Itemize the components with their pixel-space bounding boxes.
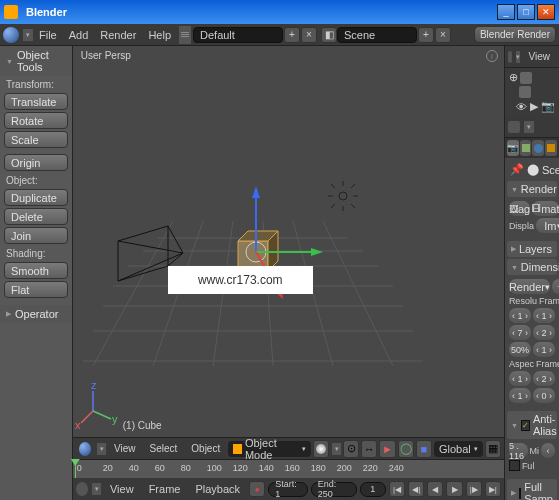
antialias-check[interactable]: ✓ [521, 420, 530, 431]
close-button[interactable]: ✕ [537, 4, 555, 20]
pivot-button[interactable]: ⊙ [343, 440, 359, 458]
render-panel-header[interactable]: Render [507, 181, 557, 197]
viewport-editor-icon[interactable] [79, 442, 91, 456]
frame-start-field[interactable]: ‹ 1 › [533, 308, 555, 323]
menu-file[interactable]: File [33, 29, 63, 41]
minimize-button[interactable]: _ [497, 4, 515, 20]
outliner-editor-dropdown[interactable]: ▾ [516, 51, 520, 63]
start-frame-field[interactable]: Start: 1 [268, 482, 308, 497]
scale-button[interactable]: Scale [4, 131, 68, 148]
translate-button[interactable]: Translate [4, 93, 68, 110]
menu-add[interactable]: Add [63, 29, 95, 41]
render-engine-dropdown[interactable]: Blender Render [474, 26, 556, 43]
operator-panel-header[interactable]: Operator [0, 305, 72, 323]
frame-step-field[interactable]: ‹ 1 › [533, 342, 555, 357]
scene-field[interactable]: Scene [337, 27, 417, 43]
duplicate-button[interactable]: Duplicate [4, 189, 68, 206]
antialias-panel-header[interactable]: ✓ Anti-Alias [507, 411, 557, 439]
timeline-cursor[interactable] [75, 460, 76, 478]
aa-mi-field[interactable]: ‹ [541, 443, 555, 458]
restrict-render-icon[interactable]: 📷 [541, 100, 555, 113]
delete-button[interactable]: Delete [4, 208, 68, 225]
aspect-x-field[interactable]: ‹ 1 › [509, 371, 531, 386]
reso-y-field[interactable]: ‹ 7 › [509, 325, 531, 340]
tl-menu-frame[interactable]: Frame [143, 483, 187, 495]
layout-add-button[interactable]: + [284, 27, 300, 43]
fps-field-a[interactable]: ‹ 2 › [533, 371, 555, 386]
vp-menu-view[interactable]: View [108, 443, 142, 454]
properties-editor-dropdown[interactable]: ▾ [524, 121, 534, 133]
render-anim-button[interactable]: 🎞 mat [532, 201, 559, 216]
vp-menu-object[interactable]: Object [185, 443, 226, 454]
jump-end-button[interactable]: ▶| [485, 481, 501, 497]
fullsample-panel-header[interactable]: Full Samp [507, 479, 557, 500]
join-button[interactable]: Join [4, 227, 68, 244]
record-button[interactable]: ● [249, 481, 265, 497]
reso-x-field[interactable]: ‹ 1 › [509, 308, 531, 323]
manip-rotate-icon[interactable]: ◯ [398, 440, 414, 458]
play-button[interactable]: ▶ [446, 481, 462, 497]
tl-menu-playback[interactable]: Playback [189, 483, 246, 495]
flat-button[interactable]: Flat [4, 281, 68, 298]
menu-render[interactable]: Render [94, 29, 142, 41]
scene-remove-button[interactable]: × [435, 27, 451, 43]
outliner-object-row[interactable] [507, 85, 557, 99]
preset-add-button[interactable]: + [552, 279, 559, 294]
dimensions-panel-header[interactable]: Dimensions [507, 259, 557, 275]
shading-dropdown[interactable]: ▾ [332, 443, 341, 455]
next-keyframe-button[interactable]: |▶ [466, 481, 482, 497]
jump-start-button[interactable]: |◀ [389, 481, 405, 497]
3d-viewport[interactable]: User Persp i [73, 46, 504, 437]
end-frame-field[interactable]: End: 250 [311, 482, 357, 497]
restrict-view-icon[interactable]: 👁 [516, 101, 527, 113]
timeline-editor-icon[interactable] [76, 482, 88, 496]
tab-world[interactable] [532, 140, 544, 156]
current-frame-field[interactable]: 1 [360, 482, 386, 497]
object-tools-panel-header[interactable]: Object Tools [0, 46, 72, 76]
aspect-y-field[interactable]: ‹ 1 › [509, 388, 531, 403]
manipulator-toggle[interactable]: ↔ [361, 440, 377, 458]
layout-remove-button[interactable]: × [301, 27, 317, 43]
layers-panel-header[interactable]: Layers [507, 241, 557, 257]
orientation-dropdown[interactable]: Global▾ [434, 441, 483, 457]
outliner-view-menu[interactable]: View [523, 51, 557, 62]
fps-field-b[interactable]: ‹ 0 › [533, 388, 555, 403]
origin-button[interactable]: Origin [4, 154, 68, 171]
outliner-scene-row[interactable]: ⊕ [507, 70, 557, 85]
vp-menu-select[interactable]: Select [144, 443, 184, 454]
maximize-button[interactable]: □ [517, 4, 535, 20]
manip-scale-icon[interactable]: ■ [416, 440, 432, 458]
viewport-editor-dropdown[interactable]: ▾ [97, 443, 106, 455]
prev-keyframe-button[interactable]: ◀| [408, 481, 424, 497]
tl-menu-view[interactable]: View [104, 483, 140, 495]
timeline-editor-dropdown[interactable]: ▾ [92, 483, 101, 495]
fullsample2-check[interactable] [519, 488, 521, 499]
pin-icon[interactable]: 📌 [510, 163, 524, 176]
manip-translate-icon[interactable]: ► [379, 440, 395, 458]
editor-type-dropdown[interactable]: ▾ [23, 29, 33, 41]
frame-end-field[interactable]: ‹ 2 › [533, 325, 555, 340]
menu-help[interactable]: Help [142, 29, 177, 41]
tab-scene[interactable] [520, 140, 532, 156]
mode-dropdown[interactable]: Object Mode ▾ [228, 441, 311, 457]
tab-render[interactable]: 📷 [507, 140, 519, 156]
outliner-editor-icon[interactable] [508, 51, 512, 63]
properties-editor-icon[interactable] [508, 121, 520, 133]
shading-mode-button[interactable] [313, 440, 329, 458]
tab-object[interactable] [545, 140, 557, 156]
layers-button[interactable]: ▦ [485, 440, 501, 458]
reso-pct-field[interactable]: 50% [509, 342, 531, 357]
editor-type-icon[interactable] [3, 27, 19, 43]
play-reverse-button[interactable]: ◀ [427, 481, 443, 497]
scene-add-button[interactable]: + [418, 27, 434, 43]
render-preset-dropdown[interactable]: Render ▾ [509, 279, 550, 294]
screen-layout-field[interactable]: Default [193, 27, 283, 43]
scene-browse-button[interactable]: ◧ [321, 27, 337, 43]
aa-sample-field[interactable]: 5 . 116 [509, 443, 528, 458]
rotate-button[interactable]: Rotate [4, 112, 68, 129]
display-dropdown[interactable]: Im ▾ [536, 218, 559, 233]
fullsample-check[interactable] [509, 460, 520, 471]
restrict-select-icon[interactable]: ▶ [530, 100, 538, 113]
outliner-tree[interactable]: ⊕ 👁 ▶ 📷 [505, 68, 559, 116]
smooth-button[interactable]: Smooth [4, 262, 68, 279]
